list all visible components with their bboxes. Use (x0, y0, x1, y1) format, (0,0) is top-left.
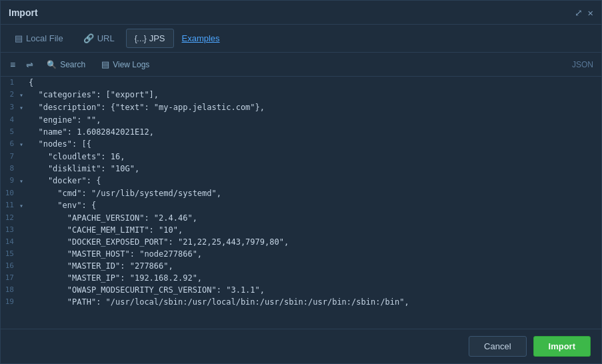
tab-examples[interactable]: Examples (177, 29, 225, 47)
code-line: 6▾ "nodes": [{ (1, 138, 601, 151)
line-number: 4 (1, 114, 19, 126)
footer: Cancel Import (1, 329, 601, 363)
line-code: "MASTER_HOST": "node277866", (29, 248, 601, 260)
line-code: "name": 1.6082842021E12, (29, 126, 601, 138)
line-code: "DOCKER_EXPOSED_PORT": "21,22,25,443,797… (29, 236, 601, 248)
line-number: 10 (1, 187, 19, 199)
tab-jps[interactable]: {…} JPS (126, 29, 174, 48)
url-icon: 🔗 (83, 33, 94, 43)
local-file-icon: ▤ (15, 33, 23, 43)
line-number: 6 (1, 138, 19, 150)
line-number: 18 (1, 284, 19, 296)
code-line: 1{ (1, 77, 601, 89)
code-editor[interactable]: 1{2▾ "categories": ["export"],3▾ "descri… (1, 77, 601, 329)
line-code: "MASTER_IP": "192.168.2.92", (29, 272, 601, 284)
code-line: 10 "cmd": "/usr/lib/systemd/systemd", (1, 187, 601, 199)
code-line: 5 "name": 1.6082842021E12, (1, 126, 601, 138)
fold-arrow[interactable]: ▾ (19, 138, 29, 151)
line-number: 15 (1, 248, 19, 260)
line-number: 17 (1, 272, 19, 284)
tab-local-file-label: Local File (26, 33, 63, 43)
toolbar-left: ≡ ⇌ 🔍 Search ▤ View Logs (6, 57, 156, 73)
line-code: "APACHE_VERSION": "2.4.46", (29, 212, 601, 224)
code-line: 16 "MASTER_ID": "277866", (1, 260, 601, 272)
wrap-button[interactable]: ⇌ (22, 57, 37, 73)
line-number: 16 (1, 260, 19, 272)
line-number: 2 (1, 89, 19, 101)
line-number: 7 (1, 151, 19, 163)
code-line: 12 "APACHE_VERSION": "2.4.46", (1, 212, 601, 224)
import-button[interactable]: Import (533, 336, 591, 357)
code-line: 7 "cloudlets": 16, (1, 151, 601, 163)
search-button[interactable]: 🔍 Search (40, 57, 92, 72)
line-number: 5 (1, 126, 19, 138)
fold-arrow (19, 114, 29, 115)
line-number: 12 (1, 212, 19, 224)
search-label: Search (60, 60, 85, 69)
code-line: 19 "PATH": "/usr/local/sbin:/usr/local/b… (1, 296, 601, 308)
cancel-button[interactable]: Cancel (469, 336, 526, 357)
fold-arrow (19, 77, 29, 77)
line-number: 8 (1, 163, 19, 175)
line-number: 14 (1, 236, 19, 248)
code-line: 2▾ "categories": ["export"], (1, 89, 601, 101)
viewlogs-icon: ▤ (101, 59, 109, 69)
tab-url-label: URL (97, 33, 115, 43)
fold-arrow[interactable]: ▾ (19, 199, 29, 212)
code-line: 14 "DOCKER_EXPOSED_PORT": "21,22,25,443,… (1, 236, 601, 248)
expand-icon[interactable]: ⤢ (575, 7, 583, 18)
tabs-bar: ▤ Local File 🔗 URL {…} JPS Examples (1, 25, 601, 53)
close-icon[interactable]: ✕ (588, 7, 593, 18)
line-code: "cloudlets": 16, (29, 151, 601, 163)
align-button[interactable]: ≡ (6, 57, 19, 73)
code-line: 11▾ "env": { (1, 199, 601, 212)
tab-url[interactable]: 🔗 URL (75, 29, 123, 48)
line-code: "PATH": "/usr/local/sbin:/usr/local/bin:… (29, 296, 601, 308)
viewlogs-label: View Logs (113, 60, 149, 69)
fold-arrow[interactable]: ▾ (19, 175, 29, 187)
fold-arrow (19, 163, 29, 163)
fold-arrow (19, 272, 29, 273)
line-number: 13 (1, 224, 19, 236)
line-number: 19 (1, 296, 19, 308)
search-icon: 🔍 (47, 60, 57, 69)
line-code: { (29, 77, 601, 89)
line-code: "nodes": [{ (29, 138, 601, 150)
code-line: 17 "MASTER_IP": "192.168.2.92", (1, 272, 601, 284)
line-code: "description": {"text": "my-app.jelastic… (29, 101, 601, 113)
line-code: "MASTER_ID": "277866", (29, 260, 601, 272)
code-line: 18 "OWASP_MODSECURITY_CRS_VERSION": "3.1… (1, 284, 601, 296)
line-number: 3 (1, 101, 19, 113)
line-code: "engine": "", (29, 114, 601, 126)
code-line: 3▾ "description": {"text": "my-app.jelas… (1, 101, 601, 114)
line-number: 1 (1, 77, 19, 89)
line-code: "disklimit": "10G", (29, 163, 601, 175)
code-line: 8 "disklimit": "10G", (1, 163, 601, 175)
line-number: 9 (1, 175, 19, 187)
line-code: "categories": ["export"], (29, 89, 601, 101)
fold-arrow (19, 248, 29, 249)
line-code: "CACHE_MEM_LIMIT": "10", (29, 224, 601, 236)
fold-arrow (19, 260, 29, 261)
fold-arrow (19, 236, 29, 237)
align-icon: ≡ (10, 59, 15, 70)
code-line: 9▾ "docker": { (1, 175, 601, 187)
fold-arrow[interactable]: ▾ (19, 101, 29, 114)
line-number: 11 (1, 199, 19, 211)
import-dialog: Import ⤢ ✕ ▤ Local File 🔗 URL {…} JPS Ex… (0, 0, 602, 364)
viewlogs-button[interactable]: ▤ View Logs (95, 57, 156, 72)
fold-arrow (19, 224, 29, 225)
title-controls: ⤢ ✕ (575, 7, 593, 18)
tab-jps-label: JPS (149, 33, 165, 43)
dialog-title: Import (9, 7, 38, 18)
code-line: 15 "MASTER_HOST": "node277866", (1, 248, 601, 260)
tab-local-file[interactable]: ▤ Local File (6, 29, 72, 48)
toolbar: ≡ ⇌ 🔍 Search ▤ View Logs JSON (1, 53, 601, 77)
wrap-icon: ⇌ (26, 60, 33, 70)
jps-icon: {…} (135, 34, 146, 43)
line-code: "docker": { (29, 175, 601, 187)
fold-arrow[interactable]: ▾ (19, 89, 29, 101)
fold-arrow (19, 212, 29, 213)
line-code: "env": { (29, 199, 601, 211)
fold-arrow (19, 187, 29, 188)
